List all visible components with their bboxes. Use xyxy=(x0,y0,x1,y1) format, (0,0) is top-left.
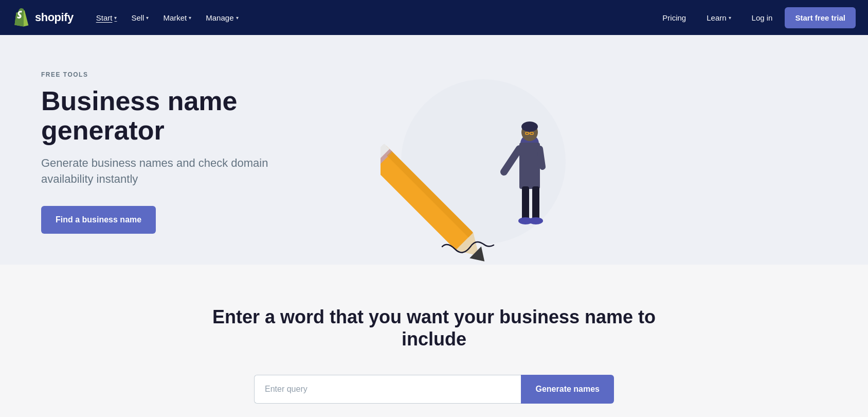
nav-start[interactable]: Start ▾ xyxy=(90,9,123,26)
nav-manage[interactable]: Manage ▾ xyxy=(200,9,244,26)
hero-subtitle: Generate business names and check domain… xyxy=(41,155,278,187)
chevron-down-icon: ▾ xyxy=(236,15,239,21)
main-section-title: Enter a word that you want your business… xyxy=(203,306,665,350)
chevron-down-icon: ▾ xyxy=(189,15,191,21)
nav-pricing[interactable]: Pricing xyxy=(654,9,694,26)
hero-title: Business name generator xyxy=(41,86,329,145)
logo[interactable]: shopify xyxy=(12,8,74,27)
chevron-down-icon: ▾ xyxy=(729,15,731,21)
search-row: Generate names xyxy=(254,375,614,404)
find-business-name-button[interactable]: Find a business name xyxy=(41,206,156,234)
nav-sell[interactable]: Sell ▾ xyxy=(125,9,155,26)
hero-label: FREE TOOLS xyxy=(41,71,329,78)
logo-text: shopify xyxy=(35,11,74,24)
nav-right: Pricing Learn ▾ Log in Start free trial xyxy=(654,7,856,28)
navbar: shopify Start ▾ Sell ▾ Market ▾ Manage ▾… xyxy=(0,0,868,35)
search-input[interactable] xyxy=(254,375,521,404)
nav-login[interactable]: Log in xyxy=(744,9,781,26)
generate-names-button[interactable]: Generate names xyxy=(521,375,614,404)
hero-illustration-svg xyxy=(381,59,596,265)
svg-point-9 xyxy=(521,121,538,132)
nav-market[interactable]: Market ▾ xyxy=(157,9,197,26)
svg-rect-17 xyxy=(532,186,539,220)
hero-section: FREE TOOLS Business name generator Gener… xyxy=(0,35,868,265)
chevron-down-icon: ▾ xyxy=(146,15,149,21)
hero-content: FREE TOOLS Business name generator Gener… xyxy=(0,35,360,265)
shopify-logo-icon xyxy=(12,8,31,27)
start-trial-button[interactable]: Start free trial xyxy=(785,7,856,28)
hero-illustration xyxy=(360,35,617,265)
svg-rect-16 xyxy=(522,186,529,220)
svg-line-15 xyxy=(540,149,542,167)
nav-learn[interactable]: Learn ▾ xyxy=(698,9,739,26)
main-section: Enter a word that you want your business… xyxy=(0,265,868,417)
svg-point-19 xyxy=(529,217,543,224)
nav-links: Start ▾ Sell ▾ Market ▾ Manage ▾ xyxy=(90,9,655,26)
chevron-down-icon: ▾ xyxy=(114,15,117,21)
